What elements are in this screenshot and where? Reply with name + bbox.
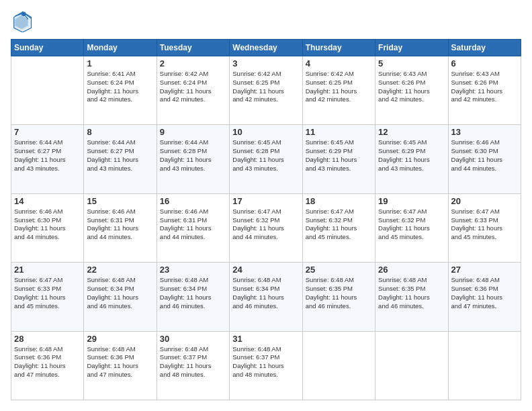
day-info: Sunrise: 6:48 AM Sunset: 6:37 PM Dayligh… — [232, 345, 299, 379]
day-number: 11 — [306, 127, 372, 137]
calendar-cell: 2Sunrise: 6:42 AM Sunset: 6:24 PM Daylig… — [157, 56, 229, 125]
day-number: 16 — [160, 196, 226, 206]
calendar-cell: 15Sunrise: 6:46 AM Sunset: 6:31 PM Dayli… — [84, 193, 157, 262]
day-info: Sunrise: 6:48 AM Sunset: 6:34 PM Dayligh… — [87, 276, 153, 310]
day-number: 17 — [232, 196, 299, 206]
day-info: Sunrise: 6:46 AM Sunset: 6:30 PM Dayligh… — [451, 138, 518, 173]
day-info: Sunrise: 6:48 AM Sunset: 6:34 PM Dayligh… — [232, 276, 299, 310]
calendar-cell: 14Sunrise: 6:46 AM Sunset: 6:30 PM Dayli… — [11, 193, 84, 262]
day-number: 9 — [160, 127, 226, 137]
calendar-cell: 22Sunrise: 6:48 AM Sunset: 6:34 PM Dayli… — [84, 263, 157, 331]
day-number: 19 — [378, 196, 445, 206]
day-number: 27 — [451, 265, 518, 275]
day-info: Sunrise: 6:48 AM Sunset: 6:35 PM Dayligh… — [378, 276, 445, 310]
calendar-cell: 21Sunrise: 6:47 AM Sunset: 6:33 PM Dayli… — [11, 263, 84, 331]
calendar-cell: 9Sunrise: 6:44 AM Sunset: 6:28 PM Daylig… — [157, 125, 229, 193]
day-info: Sunrise: 6:47 AM Sunset: 6:32 PM Dayligh… — [306, 208, 372, 242]
day-info: Sunrise: 6:48 AM Sunset: 6:37 PM Dayligh… — [160, 345, 226, 379]
page: Sunday Monday Tuesday Wednesday Thursday… — [0, 0, 532, 411]
calendar-cell: 25Sunrise: 6:48 AM Sunset: 6:35 PM Dayli… — [302, 263, 375, 331]
col-saturday: Saturday — [448, 40, 521, 56]
calendar-cell: 26Sunrise: 6:48 AM Sunset: 6:35 PM Dayli… — [375, 263, 448, 331]
header — [11, 11, 521, 32]
day-info: Sunrise: 6:44 AM Sunset: 6:28 PM Dayligh… — [160, 138, 226, 173]
day-info: Sunrise: 6:45 AM Sunset: 6:29 PM Dayligh… — [306, 138, 372, 173]
day-info: Sunrise: 6:47 AM Sunset: 6:33 PM Dayligh… — [451, 208, 518, 242]
day-number: 13 — [451, 127, 518, 137]
day-info: Sunrise: 6:46 AM Sunset: 6:30 PM Dayligh… — [14, 208, 81, 242]
day-info: Sunrise: 6:46 AM Sunset: 6:31 PM Dayligh… — [87, 208, 153, 242]
calendar-cell: 29Sunrise: 6:48 AM Sunset: 6:36 PM Dayli… — [84, 331, 157, 400]
col-wednesday: Wednesday — [230, 40, 302, 56]
day-info: Sunrise: 6:45 AM Sunset: 6:28 PM Dayligh… — [232, 138, 299, 173]
day-number: 10 — [232, 127, 299, 137]
calendar-cell: 23Sunrise: 6:48 AM Sunset: 6:34 PM Dayli… — [157, 263, 229, 331]
calendar-table: Sunday Monday Tuesday Wednesday Thursday… — [11, 39, 521, 400]
day-info: Sunrise: 6:48 AM Sunset: 6:35 PM Dayligh… — [306, 276, 372, 310]
header-row: Sunday Monday Tuesday Wednesday Thursday… — [11, 40, 521, 56]
day-info: Sunrise: 6:47 AM Sunset: 6:32 PM Dayligh… — [232, 208, 299, 242]
calendar-cell: 11Sunrise: 6:45 AM Sunset: 6:29 PM Dayli… — [302, 125, 375, 193]
day-number: 28 — [14, 334, 81, 344]
day-info: Sunrise: 6:48 AM Sunset: 6:36 PM Dayligh… — [451, 276, 518, 310]
day-info: Sunrise: 6:44 AM Sunset: 6:27 PM Dayligh… — [14, 138, 81, 173]
calendar-cell: 4Sunrise: 6:42 AM Sunset: 6:25 PM Daylig… — [302, 56, 375, 125]
calendar-cell: 1Sunrise: 6:41 AM Sunset: 6:24 PM Daylig… — [84, 56, 157, 125]
day-number: 3 — [232, 58, 299, 68]
calendar-cell: 17Sunrise: 6:47 AM Sunset: 6:32 PM Dayli… — [230, 193, 302, 262]
day-number: 18 — [306, 196, 372, 206]
calendar-cell — [375, 331, 448, 400]
day-number: 2 — [160, 58, 226, 68]
day-number: 12 — [378, 127, 445, 137]
col-thursday: Thursday — [302, 40, 375, 56]
day-number: 6 — [451, 58, 518, 68]
calendar-cell: 7Sunrise: 6:44 AM Sunset: 6:27 PM Daylig… — [11, 125, 84, 193]
day-number: 15 — [87, 196, 153, 206]
day-info: Sunrise: 6:43 AM Sunset: 6:26 PM Dayligh… — [378, 70, 445, 104]
day-info: Sunrise: 6:48 AM Sunset: 6:34 PM Dayligh… — [160, 276, 226, 310]
day-info: Sunrise: 6:42 AM Sunset: 6:25 PM Dayligh… — [306, 70, 372, 104]
calendar-cell: 10Sunrise: 6:45 AM Sunset: 6:28 PM Dayli… — [230, 125, 302, 193]
day-info: Sunrise: 6:46 AM Sunset: 6:31 PM Dayligh… — [160, 208, 226, 242]
day-number: 31 — [232, 334, 299, 344]
calendar-cell: 12Sunrise: 6:45 AM Sunset: 6:29 PM Dayli… — [375, 125, 448, 193]
day-number: 4 — [306, 58, 372, 68]
day-info: Sunrise: 6:42 AM Sunset: 6:25 PM Dayligh… — [232, 70, 299, 104]
calendar-cell: 27Sunrise: 6:48 AM Sunset: 6:36 PM Dayli… — [448, 263, 521, 331]
calendar-cell: 30Sunrise: 6:48 AM Sunset: 6:37 PM Dayli… — [157, 331, 229, 400]
day-number: 1 — [87, 58, 153, 68]
day-info: Sunrise: 6:47 AM Sunset: 6:32 PM Dayligh… — [378, 208, 445, 242]
day-number: 20 — [451, 196, 518, 206]
day-number: 8 — [87, 127, 153, 137]
day-info: Sunrise: 6:48 AM Sunset: 6:36 PM Dayligh… — [14, 345, 81, 379]
day-info: Sunrise: 6:48 AM Sunset: 6:36 PM Dayligh… — [87, 345, 153, 379]
calendar-cell: 6Sunrise: 6:43 AM Sunset: 6:26 PM Daylig… — [448, 56, 521, 125]
day-number: 26 — [378, 265, 445, 275]
col-monday: Monday — [84, 40, 157, 56]
calendar-cell: 18Sunrise: 6:47 AM Sunset: 6:32 PM Dayli… — [302, 193, 375, 262]
col-tuesday: Tuesday — [157, 40, 229, 56]
day-info: Sunrise: 6:44 AM Sunset: 6:27 PM Dayligh… — [87, 138, 153, 173]
day-number: 22 — [87, 265, 153, 275]
day-number: 29 — [87, 334, 153, 344]
day-info: Sunrise: 6:43 AM Sunset: 6:26 PM Dayligh… — [451, 70, 518, 104]
week-row-3: 14Sunrise: 6:46 AM Sunset: 6:30 PM Dayli… — [11, 193, 521, 262]
calendar-cell: 3Sunrise: 6:42 AM Sunset: 6:25 PM Daylig… — [230, 56, 302, 125]
calendar-cell — [448, 331, 521, 400]
calendar-cell — [302, 331, 375, 400]
col-sunday: Sunday — [11, 40, 84, 56]
week-row-5: 28Sunrise: 6:48 AM Sunset: 6:36 PM Dayli… — [11, 331, 521, 400]
day-info: Sunrise: 6:41 AM Sunset: 6:24 PM Dayligh… — [87, 70, 153, 104]
calendar-cell: 5Sunrise: 6:43 AM Sunset: 6:26 PM Daylig… — [375, 56, 448, 125]
col-friday: Friday — [375, 40, 448, 56]
calendar-cell: 13Sunrise: 6:46 AM Sunset: 6:30 PM Dayli… — [448, 125, 521, 193]
calendar-cell — [11, 56, 84, 125]
calendar-cell: 8Sunrise: 6:44 AM Sunset: 6:27 PM Daylig… — [84, 125, 157, 193]
day-number: 5 — [378, 58, 445, 68]
calendar-cell: 19Sunrise: 6:47 AM Sunset: 6:32 PM Dayli… — [375, 193, 448, 262]
day-number: 21 — [14, 265, 81, 275]
calendar-cell: 20Sunrise: 6:47 AM Sunset: 6:33 PM Dayli… — [448, 193, 521, 262]
week-row-4: 21Sunrise: 6:47 AM Sunset: 6:33 PM Dayli… — [11, 263, 521, 331]
day-number: 24 — [232, 265, 299, 275]
week-row-1: 1Sunrise: 6:41 AM Sunset: 6:24 PM Daylig… — [11, 56, 521, 125]
